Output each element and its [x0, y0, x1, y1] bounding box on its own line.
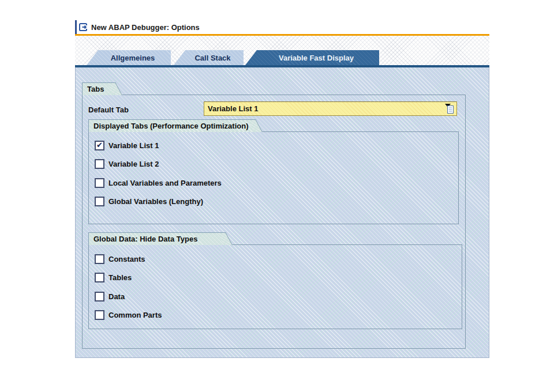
tab-variable-fast-display[interactable]: Variable Fast Display — [245, 50, 379, 65]
title-bar: New ABAP Debugger: Options — [75, 20, 489, 34]
checkbox-label: Constants — [108, 255, 145, 263]
tab-strip: Allgemeines Call Stack Variable Fast Dis… — [75, 36, 489, 65]
tab-label: Call Stack — [194, 54, 230, 62]
tab-allgemeines[interactable]: Allgemeines — [87, 50, 171, 65]
checkbox-common-parts[interactable] — [95, 310, 104, 320]
checkbox-tables[interactable] — [95, 273, 104, 282]
checkbox-row: Constants — [95, 253, 145, 265]
combobox-value: Variable List 1 — [208, 104, 258, 113]
checkbox-label: Global Variables (Lengthy) — [108, 197, 203, 206]
default-tab-label: Default Tab — [88, 104, 129, 116]
tabs-group-header: Tabs — [82, 82, 114, 95]
checkbox-row: Local Variables and Parameters — [95, 177, 222, 189]
checkbox-data[interactable] — [95, 292, 104, 301]
checkbox-constants[interactable] — [95, 254, 104, 264]
checkbox-row: Global Variables (Lengthy) — [95, 195, 203, 207]
dialog-window: New ABAP Debugger: Options Allgemeines C… — [75, 20, 489, 358]
tab-call-stack[interactable]: Call Stack — [174, 50, 244, 65]
sap-dialog-window-icon — [78, 22, 88, 32]
tab-label: Variable Fast Display — [279, 54, 354, 62]
tab-label: Allgemeines — [111, 54, 155, 62]
global-data-group-box: Constants Tables Data Common Parts — [88, 244, 462, 329]
displayed-tabs-group-header: Displayed Tabs (Performance Optimization… — [88, 119, 254, 132]
displayed-tabs-group-title: Displayed Tabs (Performance Optimization… — [93, 122, 248, 130]
default-tab-combobox[interactable]: Variable List 1 — [204, 101, 457, 116]
content-panel: Tabs Default Tab Variable List 1 Variabl… — [75, 67, 489, 358]
checkbox-local-variables-and-parameters[interactable] — [95, 178, 104, 188]
checkbox-row: Data — [95, 291, 125, 302]
checkbox-label: Local Variables and Parameters — [108, 179, 222, 187]
checkbox-variable-list-1[interactable] — [95, 141, 104, 150]
dropdown-list-icon[interactable] — [444, 103, 455, 115]
dialog-title: New ABAP Debugger: Options — [91, 23, 200, 32]
checkbox-row: Tables — [95, 272, 132, 283]
checkbox-label: Data — [108, 292, 125, 301]
displayed-tabs-group-box: Variable List 1 Variable List 2 Local Va… — [88, 131, 459, 224]
checkbox-row: Common Parts — [95, 309, 162, 321]
tabs-group-title: Tabs — [87, 85, 104, 93]
checkbox-global-variables-lengthy[interactable] — [95, 197, 104, 206]
checkbox-variable-list-2[interactable] — [95, 159, 104, 169]
global-data-group-title: Global Data: Hide Data Types — [93, 235, 197, 243]
checkbox-label: Common Parts — [108, 311, 162, 319]
global-data-group-header: Global Data: Hide Data Types — [88, 232, 224, 245]
checkbox-row: Variable List 1 — [95, 140, 159, 151]
checkbox-label: Variable List 1 — [108, 141, 159, 150]
checkbox-row: Variable List 2 — [95, 158, 159, 169]
checkbox-label: Tables — [108, 273, 132, 282]
checkbox-label: Variable List 2 — [108, 160, 159, 168]
